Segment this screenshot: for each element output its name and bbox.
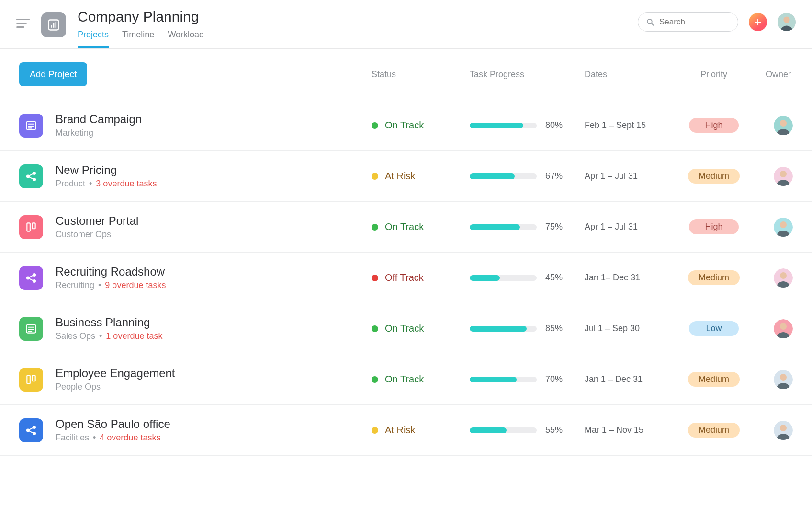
progress-cell: 55%: [470, 425, 585, 435]
current-user-avatar[interactable]: [778, 13, 796, 31]
portfolio-chart-icon: [41, 12, 66, 37]
column-header-owner[interactable]: Owner: [755, 69, 793, 80]
svg-point-29: [33, 274, 35, 276]
owner-cell[interactable]: [755, 116, 793, 135]
dates-cell: Apr 1 – Jul 31: [585, 171, 673, 181]
project-name[interactable]: New Pricing: [56, 163, 372, 177]
dates-cell: Feb 1 – Sept 15: [585, 120, 673, 130]
add-project-button[interactable]: Add Project: [19, 62, 87, 86]
priority-cell[interactable]: Medium: [673, 423, 755, 438]
project-info: Employee EngagementPeople Ops: [56, 367, 372, 392]
status-cell[interactable]: At Risk: [372, 425, 470, 436]
progress-percent: 75%: [545, 222, 563, 232]
menu-toggle-icon[interactable]: [16, 16, 30, 30]
column-header-dates[interactable]: Dates: [585, 69, 673, 80]
priority-pill: Medium: [688, 270, 740, 285]
progress-percent: 80%: [545, 120, 563, 130]
owner-avatar[interactable]: [774, 370, 793, 389]
tab-projects[interactable]: Projects: [78, 30, 109, 48]
status-cell[interactable]: On Track: [372, 374, 470, 385]
owner-avatar[interactable]: [774, 116, 793, 135]
priority-cell[interactable]: Medium: [673, 372, 755, 387]
column-header-status[interactable]: Status: [372, 69, 470, 80]
status-dot-icon: [372, 325, 378, 332]
owner-cell[interactable]: [755, 370, 793, 389]
status-label: On Track: [385, 323, 424, 334]
status-cell[interactable]: On Track: [372, 120, 470, 131]
search-box[interactable]: [638, 12, 738, 32]
project-row[interactable]: New PricingProduct • 3 overdue tasksAt R…: [0, 151, 812, 202]
project-subtext: Product • 3 overdue tasks: [56, 179, 372, 189]
svg-line-48: [29, 427, 33, 429]
svg-point-10: [783, 17, 789, 23]
project-row[interactable]: Business PlanningSales Ops • 1 overdue t…: [0, 303, 812, 354]
header-tabs: ProjectsTimelineWorkload: [78, 30, 638, 48]
overdue-count: 1 overdue task: [106, 331, 162, 341]
project-name[interactable]: Employee Engagement: [56, 367, 372, 380]
svg-point-47: [33, 432, 35, 435]
owner-avatar[interactable]: [774, 421, 793, 440]
progress-bar: [470, 326, 537, 332]
priority-cell[interactable]: High: [673, 219, 755, 234]
owner-cell[interactable]: [755, 268, 793, 288]
overdue-count: 4 overdue tasks: [100, 433, 160, 442]
tab-timeline[interactable]: Timeline: [122, 30, 154, 48]
app-header: Company Planning ProjectsTimelineWorkloa…: [0, 0, 812, 49]
project-row[interactable]: Open São Paulo officeFacilities • 4 over…: [0, 405, 812, 456]
progress-percent: 67%: [545, 171, 563, 181]
priority-cell[interactable]: Medium: [673, 270, 755, 285]
column-header-priority[interactable]: Priority: [673, 69, 755, 80]
column-header-progress[interactable]: Task Progress: [470, 69, 585, 80]
status-dot-icon: [372, 376, 378, 383]
status-label: On Track: [385, 221, 424, 232]
project-name[interactable]: Recruiting Roadshow: [56, 265, 372, 278]
status-cell[interactable]: On Track: [372, 323, 470, 334]
search-icon: [646, 18, 654, 26]
priority-pill: Medium: [688, 423, 740, 438]
project-name[interactable]: Open São Paulo office: [56, 417, 372, 431]
project-name[interactable]: Customer Portal: [56, 214, 372, 228]
dates-cell: Apr 1 – Jul 31: [585, 222, 673, 232]
project-subtext: Marketing: [56, 128, 372, 138]
progress-bar: [470, 123, 537, 128]
progress-percent: 85%: [545, 323, 563, 334]
priority-pill: High: [689, 219, 739, 234]
owner-avatar[interactable]: [774, 319, 793, 338]
owner-cell[interactable]: [755, 218, 793, 237]
project-row[interactable]: Recruiting RoadshowRecruiting • 9 overdu…: [0, 253, 812, 303]
create-new-button[interactable]: [749, 13, 767, 31]
owner-cell[interactable]: [755, 167, 793, 186]
tab-workload[interactable]: Workload: [168, 30, 204, 48]
svg-line-6: [652, 23, 654, 25]
project-team: Sales Ops: [56, 331, 95, 341]
priority-cell[interactable]: Medium: [673, 169, 755, 184]
owner-avatar[interactable]: [774, 268, 793, 288]
progress-cell: 75%: [470, 222, 585, 232]
search-input[interactable]: [659, 17, 730, 27]
svg-point-30: [33, 280, 35, 282]
priority-cell[interactable]: High: [673, 118, 755, 133]
project-name[interactable]: Brand Campaign: [56, 113, 372, 126]
owner-avatar[interactable]: [774, 167, 793, 186]
owner-cell[interactable]: [755, 319, 793, 338]
project-name[interactable]: Business Planning: [56, 316, 372, 329]
project-row[interactable]: Customer PortalCustomer OpsOn Track75%Ap…: [0, 202, 812, 253]
dates-cell: Jan 1 – Dec 31: [585, 374, 673, 384]
svg-rect-42: [32, 375, 35, 381]
project-info: Customer PortalCustomer Ops: [56, 214, 372, 240]
status-cell[interactable]: Off Track: [372, 272, 470, 283]
project-row[interactable]: Employee EngagementPeople OpsOn Track70%…: [0, 354, 812, 405]
priority-cell[interactable]: Low: [673, 321, 755, 336]
owner-cell[interactable]: [755, 421, 793, 440]
project-icon: [19, 114, 43, 138]
priority-pill: Medium: [688, 169, 740, 184]
project-info: Brand CampaignMarketing: [56, 113, 372, 138]
status-cell[interactable]: On Track: [372, 221, 470, 232]
owner-avatar[interactable]: [774, 218, 793, 237]
progress-bar: [470, 275, 537, 281]
project-icon: [19, 164, 43, 188]
project-row[interactable]: Brand CampaignMarketingOn Track80%Feb 1 …: [0, 100, 812, 151]
progress-percent: 45%: [545, 273, 563, 283]
project-subtext: Recruiting • 9 overdue tasks: [56, 280, 372, 290]
status-cell[interactable]: At Risk: [372, 171, 470, 182]
